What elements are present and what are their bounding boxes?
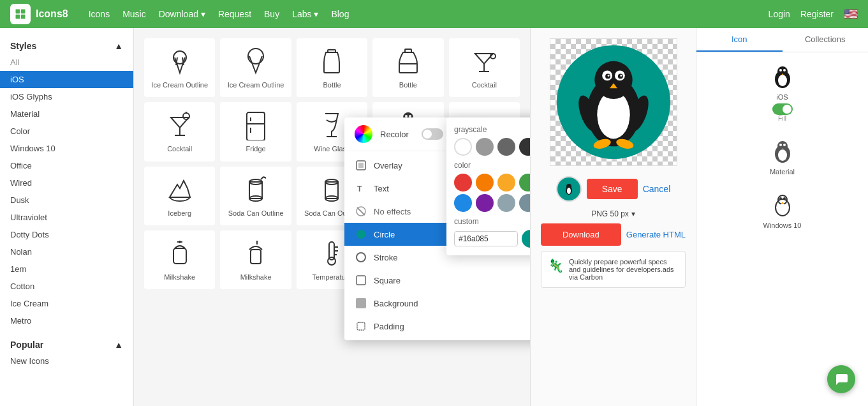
svg-point-95 [783, 69, 786, 71]
rp-windows-section: Windows 10 [702, 186, 863, 234]
sidebar-item-nolan[interactable]: Nolan [0, 243, 133, 260]
preview-area: Save Cancel PNG 50 px ▾ Download Generat… [530, 28, 696, 406]
svg-line-33 [261, 177, 263, 179]
swatch-blue[interactable] [454, 194, 472, 212]
sidebar-item-metro[interactable]: Metro [0, 312, 133, 329]
download-button[interactable]: Download [541, 223, 621, 246]
save-button[interactable]: Save [587, 179, 638, 199]
right-panel: Icon Collections iOS [696, 28, 868, 406]
icon-cell-ice-cream2[interactable]: Ice Cream Outline [220, 38, 291, 97]
swatch-gray1[interactable] [476, 138, 494, 156]
sidebar-item-office[interactable]: Office [0, 157, 133, 174]
effect-padding[interactable]: Padding [344, 315, 530, 338]
popular-collapse-icon[interactable]: ▲ [114, 340, 123, 350]
svg-point-101 [783, 144, 786, 146]
swatch-white[interactable] [454, 138, 472, 156]
sidebar-item-ios-glyphs[interactable]: iOS Glyphs [0, 88, 133, 105]
swatch-red[interactable] [454, 174, 472, 192]
swatch-gray2[interactable] [497, 138, 515, 156]
tab-icon[interactable]: Icon [696, 28, 783, 52]
rp-windows-item[interactable]: Windows 10 [702, 186, 863, 234]
sidebar-item-ultraviolet[interactable]: Ultraviolet [0, 209, 133, 226]
sidebar-item-dusk[interactable]: Dusk [0, 192, 133, 209]
svg-rect-1 [21, 10, 26, 14]
icon-cell-cocktail1[interactable]: Cocktail [449, 38, 520, 97]
language-flag[interactable]: 🇺🇸 [844, 7, 858, 21]
padding-icon [355, 320, 367, 333]
rp-ios-item[interactable]: iOS Fill [702, 57, 863, 127]
sidebar-item-all[interactable]: All [0, 54, 133, 71]
sidebar-item-windows10[interactable]: Windows 10 [0, 140, 133, 157]
icon-cell-bottle1[interactable]: Bottle [297, 38, 367, 97]
rp-ios-section: iOS Fill [702, 57, 863, 127]
ios-fill-toggle[interactable] [772, 103, 793, 115]
icon-cell-cocktail2[interactable]: Cocktail [144, 102, 215, 161]
recolor-toggle[interactable] [422, 128, 443, 140]
chat-bubble[interactable] [827, 365, 855, 393]
svg-rect-3 [21, 15, 26, 19]
collapse-icon[interactable]: ▲ [114, 41, 123, 51]
sidebar-item-cotton[interactable]: Cotton [0, 278, 133, 295]
tab-collections[interactable]: Collections [783, 28, 869, 52]
icon-grid-container: Ice Cream Outline Ice Cream Outline Bott… [134, 28, 530, 406]
nav-buy[interactable]: Buy [264, 9, 279, 19]
swatch-bluegray[interactable] [519, 194, 530, 212]
swatch-gray3[interactable] [519, 138, 530, 156]
svg-point-15 [183, 113, 189, 119]
swatch-lightblue[interactable] [497, 194, 515, 212]
nav-labs[interactable]: Labs ▾ [292, 9, 318, 19]
apply-color-button[interactable] [522, 230, 530, 248]
icon-cell-milkshake2[interactable]: Milkshake [220, 230, 291, 289]
icon-cell-fridge[interactable]: Fridge [220, 102, 291, 161]
sidebar-item-ice-cream[interactable]: Ice Cream [0, 295, 133, 312]
svg-point-105 [779, 204, 786, 214]
styles-section-header: Styles ▲ [0, 36, 133, 54]
preview-penguin-button[interactable] [556, 176, 582, 202]
swatch-orange[interactable] [476, 174, 494, 192]
svg-rect-71 [357, 322, 365, 330]
effect-background[interactable]: Background [344, 292, 530, 315]
icon-cell-milkshake1[interactable]: Milkshake [144, 230, 215, 289]
sidebar-item-material[interactable]: Material [0, 105, 133, 123]
nav-request[interactable]: Request [218, 9, 251, 19]
icon-cell-bottle2[interactable]: Bottle [372, 38, 443, 97]
custom-color-row [454, 230, 530, 248]
header: Icons8 Icons Music Download ▾ Request Bu… [0, 0, 868, 28]
effect-square[interactable]: Square [344, 269, 530, 292]
cancel-button[interactable]: Cancel [643, 184, 671, 194]
color-row-1 [454, 174, 530, 192]
icon-cell-iceberg2[interactable]: Iceberg [144, 167, 215, 225]
rp-material-item[interactable]: Material [702, 132, 863, 181]
sidebar-item-dotty-dots[interactable]: Dotty Dots [0, 226, 133, 243]
sidebar-item-1em[interactable]: 1em [0, 260, 133, 278]
format-selector[interactable]: PNG 50 px ▾ [591, 209, 635, 218]
hex-input[interactable] [454, 231, 518, 246]
nav-music[interactable]: Music [122, 9, 146, 19]
nav-icons[interactable]: Icons [89, 9, 110, 19]
sidebar-item-color[interactable]: Color [0, 123, 133, 140]
svg-rect-0 [16, 10, 20, 14]
swatch-yellow[interactable] [497, 174, 515, 192]
nav-download[interactable]: Download ▾ [159, 9, 205, 19]
swatch-green[interactable] [519, 174, 530, 192]
generate-html-button[interactable]: Generate HTML [626, 230, 686, 239]
icon-cell-ice-cream-outline[interactable]: Ice Cream Outline [144, 38, 215, 97]
logo-icon [10, 4, 31, 24]
recolor-color-wheel[interactable] [355, 125, 372, 143]
svg-point-80 [607, 75, 609, 77]
text-icon: T [355, 182, 367, 195]
logo[interactable]: Icons8 [10, 4, 68, 24]
no-effects-icon [355, 205, 367, 218]
sidebar-item-ios[interactable]: iOS [0, 71, 133, 88]
register-link[interactable]: Register [800, 9, 834, 19]
swatch-purple[interactable] [476, 194, 494, 212]
login-link[interactable]: Login [769, 9, 790, 19]
rp-material-section: Material [702, 132, 863, 181]
color-label: color [454, 161, 530, 170]
icon-cell-soda1[interactable]: Soda Can Outline [220, 167, 291, 225]
sidebar-item-wired[interactable]: Wired [0, 174, 133, 192]
header-right: Login Register 🇺🇸 [769, 7, 858, 21]
nav-blog[interactable]: Blog [331, 9, 349, 19]
sidebar-item-new-icons[interactable]: New Icons [0, 352, 133, 370]
recolor-label: Recolor [380, 130, 409, 139]
